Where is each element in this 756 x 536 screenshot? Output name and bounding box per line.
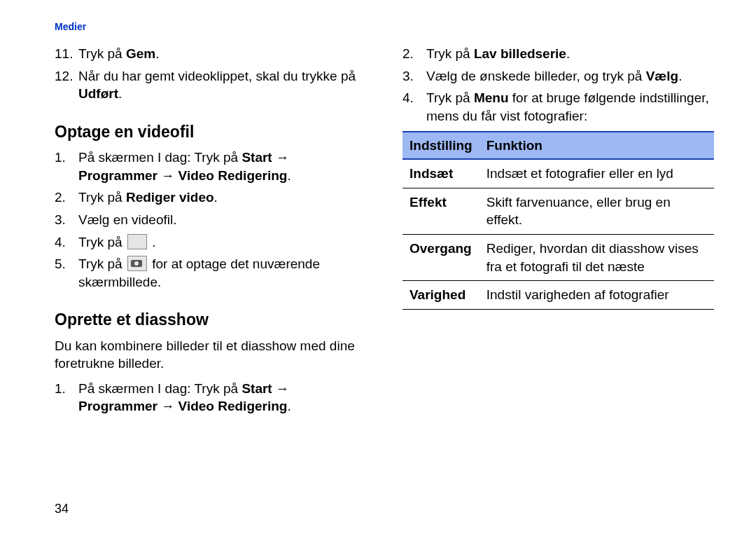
s1-step-1: 1. På skærmen I dag: Tryk på Start → Pro… [55,149,366,184]
step-number: 3. [55,211,78,229]
left-column: 11. Tryk på Gem. 12. Når du har gemt vid… [55,45,366,420]
s1-step-2: 2. Tryk på Rediger video. [55,188,366,207]
s1-step-5: 5. Tryk på for at optage det nuværende s… [55,255,366,291]
step-number: 1. [55,380,78,415]
record-icon [127,234,147,249]
s2-step-1: 1. På skærmen I dag: Tryk på Start → Pro… [55,380,366,415]
right-column: 2. Tryk på Lav billedserie. 3. Vælg de ø… [402,45,714,420]
step-text: Tryk på Menu for at bruge følgende indst… [426,89,714,125]
cell-function: Indsæt et fotografier eller en lyd [479,159,714,188]
step-text: Vælg en videofil. [78,211,176,229]
s1-step-4: 4. Tryk på . [55,233,366,252]
table-row: Effekt Skift farvenuance, eller brug en … [402,188,714,234]
camera-icon [127,256,147,271]
step-text: Tryk på for at optage det nuværende skær… [78,255,366,291]
cell-function: Skift farvenuance, eller brug en effekt. [479,188,714,234]
cell-function: Rediger, hvordan dit diasshow vises fra … [479,235,714,281]
settings-table: Indstilling Funktion Indsæt Indsæt et fo… [402,131,714,310]
th-funktion: Funktion [479,132,714,160]
manual-page: Medier 11. Tryk på Gem. 12. Når du har g… [0,0,756,536]
step-text: Vælg de ønskede billeder, og tryk på Væl… [426,67,682,85]
step-number: 12. [55,67,78,103]
cell-setting: Indsæt [402,159,479,188]
step-text: På skærmen I dag: Tryk på Start → Progra… [78,380,366,415]
table-row: Overgang Rediger, hvordan dit diasshow v… [402,235,714,281]
step-number: 11. [55,45,78,63]
cell-setting: Effekt [402,188,479,234]
step-number: 3. [402,67,426,85]
r-step-4: 4. Tryk på Menu for at bruge følgende in… [402,89,714,125]
step-text: Tryk på Lav billedserie. [426,45,570,63]
th-indstilling: Indstilling [402,132,479,160]
section2-intro: Du kan kombinere billeder til et diassho… [55,337,366,373]
step-text: Tryk på Rediger video. [78,188,218,207]
step-number: 4. [55,233,78,252]
step-11: 11. Tryk på Gem. [55,45,366,63]
step-text: Tryk på Gem. [78,45,159,63]
two-column-layout: 11. Tryk på Gem. 12. Når du har gemt vid… [55,45,714,420]
heading-optage: Optage en videofil [55,121,366,143]
step-number: 1. [55,149,78,184]
step-12: 12. Når du har gemt videoklippet, skal d… [55,67,366,103]
cell-setting: Overgang [402,235,479,281]
step-number: 2. [55,188,78,207]
s1-step-3: 3. Vælg en videofil. [55,211,366,229]
cell-setting: Varighed [402,281,479,310]
step-text: Når du har gemt videoklippet, skal du tr… [78,67,366,103]
r-step-2: 2. Tryk på Lav billedserie. [402,45,714,63]
step-text: Tryk på . [78,233,155,252]
table-header-row: Indstilling Funktion [402,132,714,160]
heading-oprette: Oprette et diasshow [55,309,366,331]
r-step-3: 3. Vælg de ønskede billeder, og tryk på … [402,67,714,85]
step-text: På skærmen I dag: Tryk på Start → Progra… [78,149,366,184]
step-number: 5. [55,255,78,291]
section-header: Medier [55,21,714,32]
page-number: 34 [55,502,69,516]
table-row: Indsæt Indsæt et fotografier eller en ly… [402,159,714,188]
table-row: Varighed Indstil varigheden af fotografi… [402,281,714,310]
cell-function: Indstil varigheden af fotografier [479,281,714,310]
step-number: 2. [402,45,426,63]
step-number: 4. [402,89,426,125]
